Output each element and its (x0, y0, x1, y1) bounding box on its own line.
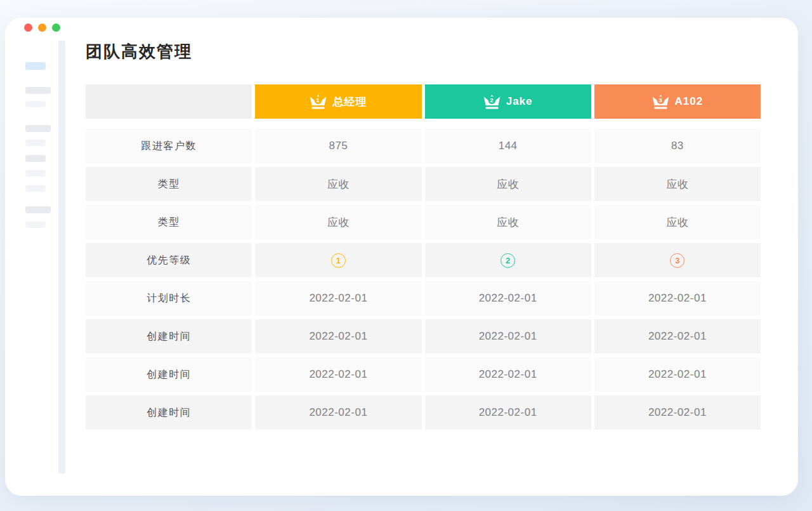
page-title: 团队高效管理 (86, 41, 192, 63)
crown-rank-icon: 3 (652, 94, 669, 110)
crown-rank-icon: 2 (483, 94, 501, 110)
app-window: 团队高效管理 1 总经理 2 Jake 3 A102 (5, 18, 798, 496)
value-cell: 应收 (594, 167, 761, 201)
skeleton-bar (25, 170, 46, 176)
row-label-cell: 优先等级 (86, 243, 252, 277)
value-cell: 2022-02-01 (425, 319, 591, 354)
table-row: 创建时间 2022-02-012022-02-012022-02-01 (86, 395, 761, 430)
value-cell: 2022-02-01 (255, 281, 421, 315)
skeleton-bar (25, 101, 46, 107)
value-cell: 83 (594, 129, 761, 163)
skeleton-bar (25, 125, 51, 132)
skeleton-bar (25, 155, 46, 162)
value-cell: 应收 (255, 205, 421, 239)
value-cell: 应收 (425, 167, 591, 201)
table-row: 创建时间 2022-02-012022-02-012022-02-01 (86, 357, 761, 392)
value-cell: 144 (425, 129, 591, 163)
row-label-cell: 类型 (86, 205, 252, 239)
table-row: 计划时长 2022-02-012022-02-012022-02-01 (86, 281, 761, 315)
row-label-cell: 创建时间 (86, 357, 252, 392)
sidebar-divider (58, 41, 65, 474)
row-label-cell: 创建时间 (86, 319, 252, 354)
skeleton-bar (25, 222, 46, 228)
minimize-button-icon[interactable] (38, 23, 46, 32)
table-row: 类型 应收应收应收 (86, 167, 761, 201)
crown-rank-icon: 1 (310, 94, 327, 110)
svg-text:3: 3 (658, 96, 663, 103)
value-cell: 应收 (255, 167, 421, 201)
table-row: 创建时间 2022-02-012022-02-012022-02-01 (86, 319, 761, 354)
skeleton-bar (25, 140, 46, 146)
close-button-icon[interactable] (24, 23, 32, 32)
value-cell: 2022-02-01 (255, 395, 421, 430)
value-cell: 875 (255, 129, 421, 163)
value-cell: 2022-02-01 (425, 357, 591, 392)
row-label-cell: 创建时间 (86, 395, 252, 430)
priority-badge: 2 (501, 253, 515, 268)
value-cell: 2022-02-01 (594, 395, 761, 430)
zoom-button-icon[interactable] (52, 23, 60, 32)
value-cell: 3 (594, 243, 761, 277)
column-header-label: 总经理 (332, 95, 367, 109)
value-cell: 2022-02-01 (594, 319, 761, 354)
svg-text:1: 1 (317, 96, 321, 103)
value-cell: 2022-02-01 (594, 281, 761, 315)
skeleton-bar (25, 87, 51, 94)
header-empty-cell (86, 84, 252, 119)
column-header-label: Jake (506, 95, 533, 108)
table-row: 类型 应收应收应收 (86, 205, 761, 239)
table-header-row: 1 总经理 2 Jake 3 A102 (86, 84, 761, 119)
value-cell: 2022-02-01 (425, 395, 591, 430)
table-row: 跟进客户数 87514483 (86, 129, 761, 163)
leaderboard-table: 1 总经理 2 Jake 3 A102 跟进客户数 87514483 类型 应收… (86, 84, 761, 434)
column-header-2[interactable]: 2 Jake (425, 84, 591, 119)
table-row: 优先等级 123 (86, 243, 761, 277)
window-controls (24, 23, 60, 32)
skeleton-bar (25, 185, 46, 192)
row-label-cell: 类型 (86, 167, 252, 201)
value-cell: 2022-02-01 (594, 357, 761, 392)
row-label-cell: 跟进客户数 (86, 129, 252, 163)
value-cell: 2022-02-01 (255, 357, 421, 392)
value-cell: 2022-02-01 (425, 281, 591, 315)
skeleton-bar (25, 206, 51, 213)
sidebar-active-item-placeholder (25, 62, 46, 70)
value-cell: 应收 (594, 205, 761, 239)
row-label-cell: 计划时长 (86, 281, 252, 315)
value-cell: 应收 (425, 205, 591, 239)
value-cell: 1 (255, 243, 421, 277)
priority-badge: 1 (331, 253, 346, 268)
value-cell: 2 (425, 243, 591, 277)
column-header-1[interactable]: 1 总经理 (255, 84, 421, 119)
priority-badge: 3 (670, 253, 684, 268)
svg-text:2: 2 (490, 96, 494, 103)
column-header-3[interactable]: 3 A102 (594, 84, 761, 119)
column-header-label: A102 (675, 95, 704, 108)
value-cell: 2022-02-01 (255, 319, 421, 354)
